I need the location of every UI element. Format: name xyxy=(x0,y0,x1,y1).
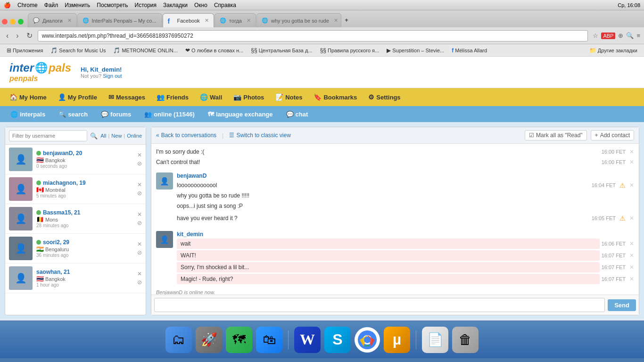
close-contact-soori2[interactable]: ✕ xyxy=(137,241,142,247)
bookmark-metronome[interactable]: 🎵 METRONOME ONLIN... xyxy=(110,46,181,55)
sign-out-link[interactable]: Sign out xyxy=(103,73,122,79)
maximize-window-button[interactable] xyxy=(18,19,24,25)
mute-contact-benjawand[interactable]: ⊘ xyxy=(137,160,142,167)
nav-bookmarks[interactable]: 🔖 Bookmarks xyxy=(309,90,362,104)
tab-close-togda[interactable]: ✕ xyxy=(247,17,251,24)
nav-settings[interactable]: ⚙ Settings xyxy=(363,90,405,104)
tab-close-interpals[interactable]: ✕ xyxy=(161,17,162,24)
star-icon[interactable]: ☆ xyxy=(593,32,598,39)
filter-input[interactable] xyxy=(9,130,87,141)
subnav-search[interactable]: 🔍 search xyxy=(53,109,93,120)
menu-edit[interactable]: Изменить xyxy=(65,2,90,8)
menu-help[interactable]: Справка xyxy=(214,2,236,8)
dock-appstore[interactable]: 🛍 xyxy=(256,327,282,353)
msg-delete-WAIT[interactable]: ✕ xyxy=(629,252,634,259)
tab-dialogi[interactable]: 💬 Диалоги ✕ xyxy=(28,13,77,27)
msg-delete-loool[interactable]: ✕ xyxy=(629,182,634,189)
bookmark-rules[interactable]: §§ Правила русского я... xyxy=(317,46,382,55)
menu-icon[interactable]: ≡ xyxy=(636,32,640,39)
close-contact-saowhan[interactable]: ✕ xyxy=(137,271,142,277)
tab-close-facebook[interactable]: ✕ xyxy=(205,17,209,24)
menu-view[interactable]: Посмотреть xyxy=(97,2,128,8)
contact-item-benjawand[interactable]: 👤 benjawanD, 20 🇹🇭 Bangkok 0 seconds ago… xyxy=(5,145,146,174)
bookmark-melissa[interactable]: f Mélissa Allard xyxy=(449,46,490,55)
msg-delete-magic[interactable]: ✕ xyxy=(629,276,634,282)
close-contact-miachagnon[interactable]: ✕ xyxy=(137,181,142,188)
mute-contact-miachagnon[interactable]: ⊘ xyxy=(137,190,142,197)
nav-friends[interactable]: 👥 Friends xyxy=(152,90,193,104)
nav-profile[interactable]: 👤 My Profile xyxy=(53,90,102,104)
filter-search-icon[interactable]: 🔍 xyxy=(90,132,98,140)
menu-file[interactable]: Файл xyxy=(44,2,58,8)
tab-facebook[interactable]: f Facebook ✕ xyxy=(163,13,214,27)
bookmark-base[interactable]: §§ Центральная База д... xyxy=(248,46,315,55)
close-contact-bassma15[interactable]: ✕ xyxy=(137,211,142,218)
forward-button[interactable]: › xyxy=(14,31,21,41)
back-to-conversations-button[interactable]: « Back to conversations xyxy=(156,132,216,139)
dock-trash[interactable]: 🗑 xyxy=(452,327,479,353)
subnav-interpals[interactable]: 🌐 interpals xyxy=(5,109,51,120)
switch-classic-view-button[interactable]: ☰ Switch to classic view xyxy=(229,132,290,139)
dock-torrent[interactable]: µ xyxy=(384,327,410,353)
bookmark-superstition[interactable]: ▶ Superstition – Stevie... xyxy=(384,46,447,55)
close-window-button[interactable] xyxy=(2,19,8,25)
tab-close-dialogi[interactable]: ✕ xyxy=(67,17,72,24)
dock-rocket[interactable]: 🚀 xyxy=(196,327,222,353)
mute-contact-saowhan[interactable]: ⊘ xyxy=(137,279,142,286)
menu-chrome[interactable]: Chrome xyxy=(17,2,38,8)
filter-online[interactable]: Online xyxy=(127,133,142,139)
dock-finder[interactable]: 🗂 xyxy=(165,327,192,353)
tab-close-rude[interactable]: ✕ xyxy=(334,17,338,24)
search-icon[interactable]: 🔍 xyxy=(626,32,634,39)
dock-notes[interactable]: 📄 xyxy=(422,327,448,353)
abp-icon[interactable]: ABP xyxy=(601,33,615,39)
bookmark-love[interactable]: ❤ О любви в словах н... xyxy=(182,46,246,55)
msg-delete-control[interactable]: ✕ xyxy=(629,159,634,165)
send-button[interactable]: Send xyxy=(608,299,636,311)
contact-item-miachagnon[interactable]: 👤 miachagnon, 19 🇨🇦 Montréal 5 minutes a… xyxy=(5,174,146,204)
subnav-forums[interactable]: 💬 forums xyxy=(95,109,137,120)
nav-messages[interactable]: ✉ Messages xyxy=(104,90,150,104)
mark-all-read-button[interactable]: ☑ Mark all as "Read" xyxy=(525,130,587,140)
address-bar[interactable]: www.interpals.net/pm.php?thread_id=36656… xyxy=(38,30,588,41)
dock-chrome[interactable] xyxy=(355,327,380,353)
subnav-online[interactable]: 👥 online (11546) xyxy=(139,109,200,120)
menu-history[interactable]: История xyxy=(135,2,157,8)
subnav-chat[interactable]: 💬 chat xyxy=(281,109,314,120)
msg-delete-shocked[interactable]: ✕ xyxy=(629,264,634,271)
apple-menu[interactable]: 🍎 xyxy=(4,2,11,8)
tab-rude[interactable]: 🌐 why you gotta be so rude ✕ xyxy=(256,13,341,27)
refresh-button[interactable]: ↻ xyxy=(24,30,35,41)
chat-input[interactable] xyxy=(154,298,605,312)
add-contact-button[interactable]: + Add contact xyxy=(591,130,634,140)
mute-contact-bassma15[interactable]: ⊘ xyxy=(137,220,142,226)
msg-delete-wait[interactable]: ✕ xyxy=(629,240,634,247)
nav-home[interactable]: 🏠 My Home xyxy=(5,90,51,104)
bookmark-other[interactable]: 📁 Другие закладки xyxy=(586,46,640,55)
nav-wall[interactable]: 🌐 Wall xyxy=(195,90,227,104)
filter-new[interactable]: New xyxy=(111,133,122,139)
extension-icon[interactable]: ⊕ xyxy=(618,32,623,39)
mute-contact-soori2[interactable]: ⊘ xyxy=(137,249,142,256)
dock-word[interactable]: W xyxy=(294,327,321,353)
tab-togda[interactable]: 🌐 тогда ✕ xyxy=(215,13,256,27)
filter-all[interactable]: All xyxy=(100,133,106,139)
contact-item-saowhan[interactable]: 👤 saowhan, 21 🇹🇭 Bangkok 1 hour ago ✕ ⊘ xyxy=(5,263,146,293)
new-tab-button[interactable]: + xyxy=(342,14,351,25)
contact-item-bassma15[interactable]: 👤 Bassma15, 21 🇧🇪 Mons 28 minutes ago ✕ xyxy=(5,204,146,234)
bookmark-apps[interactable]: ⊞ Приложения xyxy=(4,46,46,55)
back-button[interactable]: ‹ xyxy=(4,31,11,41)
bookmark-music[interactable]: 🎵 Search for Music Us xyxy=(48,46,108,55)
dock-skype[interactable]: S xyxy=(324,327,351,353)
minimize-window-button[interactable] xyxy=(10,19,16,25)
msg-delete-sorry[interactable]: ✕ xyxy=(629,148,634,155)
msg-delete-heard[interactable]: ✕ xyxy=(629,215,634,222)
menu-window[interactable]: Окно xyxy=(194,2,207,8)
menu-bookmarks[interactable]: Закладки xyxy=(163,2,188,8)
nav-notes[interactable]: 📝 Notes xyxy=(271,90,307,104)
mac-menu-bar[interactable]: 🍎 Chrome Файл Изменить Посмотреть Истори… xyxy=(4,2,236,8)
nav-photos[interactable]: 📷 Photos xyxy=(229,90,269,104)
subnav-langex[interactable]: 🗺 language exchange xyxy=(202,109,279,120)
contact-item-soori2[interactable]: 👤 soori2, 29 🇮🇳 Bengaluru 36 minutes ago… xyxy=(5,234,146,263)
dock-maps[interactable]: 🗺 xyxy=(226,327,252,353)
